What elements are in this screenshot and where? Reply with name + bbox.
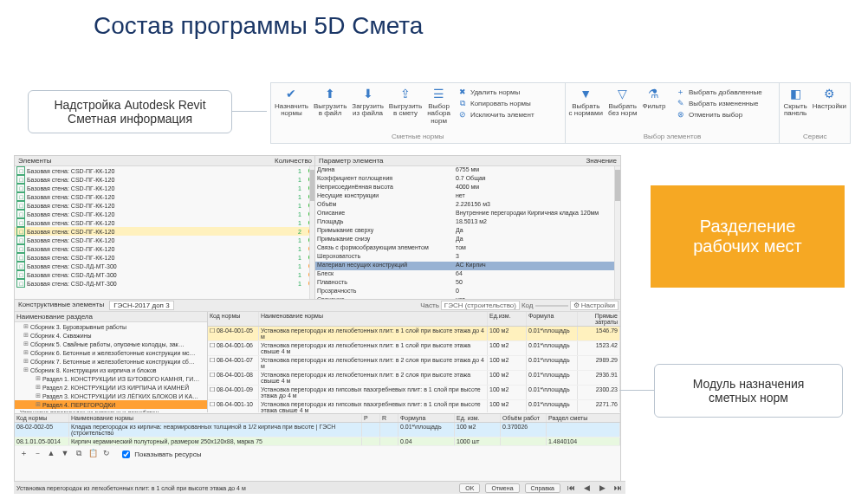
param-row[interactable]: Объём2.226156 м3 xyxy=(315,201,620,210)
element-row[interactable]: ☐Базовая стена: CSD-ПГ-КК-1201 xyxy=(15,201,315,210)
ribbon-xml-in-button[interactable]: ⬇Загрузить из файла xyxy=(352,85,384,125)
help-button[interactable]: Справка xyxy=(525,483,560,493)
element-row[interactable]: ☐Базовая стена: CSD-ПГ-КК-1201 xyxy=(15,218,315,227)
section-row[interactable]: ⊞Сборник 3. Буровзрывные работы xyxy=(15,322,207,331)
param-row[interactable]: Связь с формообразующим элементомтом xyxy=(315,244,620,253)
folder-icon: ⊞ xyxy=(36,384,41,391)
ribbon-assign-button[interactable]: ✔Назначить нормы xyxy=(275,85,308,125)
ribbon-funnel1-button[interactable]: ▼Выбрать с нормами xyxy=(569,85,603,133)
norm-row[interactable]: ☐ 08-04-001-08Установка перегородок из л… xyxy=(208,371,620,386)
checkbox-icon[interactable]: ☐ xyxy=(16,166,25,175)
ribbon-pick-button[interactable]: ☰Выбор набора норм xyxy=(427,85,450,125)
section-row[interactable]: ⊞Раздел 3. КОНСТРУКЦИИ ИЗ ЛЁГКИХ БЛОКОВ … xyxy=(15,392,207,400)
checkbox-icon[interactable]: ☐ xyxy=(16,227,25,236)
param-row[interactable]: Плавность50 xyxy=(315,279,620,288)
checkbox-icon[interactable]: ☐ xyxy=(16,244,25,253)
tool-up-icon[interactable]: ▲ xyxy=(46,448,56,458)
checkbox-icon[interactable]: ☐ xyxy=(16,253,25,262)
checkbox-icon[interactable]: ☐ xyxy=(16,192,25,201)
param-row[interactable]: Блеск64 xyxy=(315,270,620,279)
tool-paste-icon[interactable]: 📋 xyxy=(87,448,98,458)
element-row[interactable]: ☐Базовая стена: CSD-ПГ-КК-1201 xyxy=(15,253,315,262)
ribbon-gear-button[interactable]: ⚙Настройки xyxy=(813,85,846,133)
param-row[interactable]: Площадь18.5013 м2 xyxy=(315,218,620,227)
section-row[interactable]: ⊞Сборник 6. Бетонные и железобетонные ко… xyxy=(15,348,207,357)
tool-add-icon[interactable]: ＋ xyxy=(18,448,29,458)
section-row[interactable]: ⊞Сборник 7. Бетонные и железобетонные ко… xyxy=(15,357,207,366)
element-row[interactable]: ☐Базовая стена: CSD-ЛД-МТ-3001 xyxy=(15,279,315,288)
section-row[interactable]: ⊞Сборник 5. Свайные работы, опускные кол… xyxy=(15,340,207,348)
nav-last-icon[interactable]: ⏭ xyxy=(612,483,623,493)
settings-button[interactable]: ⚙ Настройки xyxy=(570,301,619,310)
element-row[interactable]: ☐Базовая стена: CSD-ПГ-КК-1201 xyxy=(15,236,315,244)
checkbox-icon[interactable]: ☐ xyxy=(16,201,25,210)
params-scrollbar[interactable] xyxy=(614,166,620,299)
checkbox-icon[interactable]: ☐ xyxy=(16,270,25,279)
ribbon-hide-button[interactable]: ◧Скрыть панель xyxy=(783,85,806,133)
nav-prev-icon[interactable]: ◀ xyxy=(581,483,592,493)
xml-in-icon: ⬇ xyxy=(360,85,377,102)
tool-copy-icon[interactable]: ⧉ xyxy=(74,448,84,458)
checkbox-icon[interactable]: ☐ xyxy=(16,184,25,192)
ribbon-edit-item[interactable]: ✎Выбрать измененные xyxy=(676,98,775,108)
norm-row[interactable]: ☐ 08-04-001-10Установка перегородок из г… xyxy=(208,400,620,412)
tool-refresh-icon[interactable]: ↻ xyxy=(101,448,112,458)
element-row[interactable]: ☐Базовая стена: CSD-ПГ-КК-1201 xyxy=(15,184,315,192)
section-row[interactable]: ⊞Раздел 2. КОНСТРУКЦИИ ИЗ КИРПИЧА И КАМН… xyxy=(15,383,207,392)
ribbon-xml-out-button[interactable]: ⬆Выгрузить в файл xyxy=(314,85,347,125)
norm-row[interactable]: ☐ 08-04-001-07Установка перегородок из л… xyxy=(208,356,620,371)
element-row[interactable]: ☐Базовая стена: CSD-ПГ-КК-1201 xyxy=(15,210,315,218)
code-input[interactable] xyxy=(535,305,568,307)
nav-next-icon[interactable]: ▶ xyxy=(597,483,607,493)
section-row[interactable]: ⊞Раздел 1. КОНСТРУКЦИИ ИЗ БУТОВОГО КАМНЯ… xyxy=(15,374,207,383)
ribbon-del-item[interactable]: ✖Удалить нормы xyxy=(457,87,561,97)
checkbox-icon[interactable]: ☐ xyxy=(16,262,25,270)
param-row[interactable]: Примыкание сверхуДа xyxy=(315,227,620,236)
checkbox-icon[interactable]: ☐ xyxy=(16,175,25,184)
checkbox-icon[interactable]: ☐ xyxy=(16,210,25,218)
cancel-button[interactable]: Отмена xyxy=(485,483,519,493)
param-row[interactable]: Шероховатость3 xyxy=(315,253,620,262)
param-row[interactable]: ОписаниеВнутренние перегородки Кирпичная… xyxy=(315,210,620,218)
ribbon-cancel-item[interactable]: ⊗Отменить выбор xyxy=(676,109,775,120)
checkbox-icon[interactable]: ☐ xyxy=(16,236,25,244)
param-row[interactable]: Неприсоединённая высота4000 мм xyxy=(315,184,620,192)
element-row[interactable]: ☐Базовая стена: CSD-ПГ-КК-1201 xyxy=(15,192,315,201)
element-row[interactable]: ☐Базовая стена: CSD-ПГ-КК-1201 xyxy=(15,244,315,253)
ribbon-funnel2-button[interactable]: ▽Выбрать без норм xyxy=(608,85,637,133)
section-row[interactable]: ⊞Сборник 4. Скважины xyxy=(15,331,207,340)
tool-down-icon[interactable]: ▼ xyxy=(60,448,70,458)
element-row[interactable]: ☐Базовая стена: CSD-ПГ-КК-1201 xyxy=(15,166,315,175)
nav-first-icon[interactable]: ⏮ xyxy=(566,483,576,493)
ribbon-xml-sm-button[interactable]: ⇪Выгрузить в смету xyxy=(389,85,422,125)
element-row[interactable]: ☐Базовая стена: CSD-ЛД-МТ-3001 xyxy=(15,270,315,279)
show-resources-toggle[interactable]: Показывать ресурсы xyxy=(119,448,201,461)
param-row[interactable]: Несущие конструкциинет xyxy=(315,192,620,201)
section-row[interactable]: ⊞Раздел 4. ПЕРЕГОРОДКИ xyxy=(15,400,207,409)
tool-del-icon[interactable]: － xyxy=(32,448,42,458)
assigned-row[interactable]: 08-02-002-05Кладка перегородок из кирпич… xyxy=(15,423,620,437)
ok-button[interactable]: OK xyxy=(459,483,480,493)
ribbon-plus-item[interactable]: ＋Выбрать добавленные xyxy=(676,87,775,97)
ribbon-funnel3-button[interactable]: ⚗Фильтр xyxy=(642,85,665,133)
section-row[interactable]: ·Установка перегородок из гипсовых и лег… xyxy=(15,409,207,412)
element-row[interactable]: ☐Базовая стена: CSD-ЛД-МТ-3001 xyxy=(15,262,315,270)
param-row[interactable]: Примыкание снизуДа xyxy=(315,236,620,244)
norm-row[interactable]: ☐ 08-04-001-05Установка перегородок из л… xyxy=(208,327,620,341)
checkbox-icon[interactable]: ☐ xyxy=(16,279,25,288)
norm-row[interactable]: ☐ 08-04-001-09Установка перегородок из г… xyxy=(208,386,620,400)
param-row[interactable]: Материал несущих конструкцийАС Кирпич xyxy=(315,262,620,270)
part-select[interactable]: ГЭСН (строительство) xyxy=(441,301,520,310)
assigned-row[interactable]: 08.1.01.05-0014Кирпич керамический полут… xyxy=(15,437,620,446)
param-row[interactable]: Длина6755 мм xyxy=(315,166,620,175)
norm-row[interactable]: ☐ 08-04-001-06Установка перегородок из л… xyxy=(208,341,620,356)
as-th-r: R xyxy=(380,414,398,422)
param-row[interactable]: Коэффициент поглощения0.7 Общая xyxy=(315,175,620,184)
ribbon-copy-item[interactable]: ⧉Копировать нормы xyxy=(457,98,561,108)
param-row[interactable]: Прозрачность0 xyxy=(315,288,620,296)
element-row[interactable]: ☐Базовая стена: CSD-ПГ-КК-1201 xyxy=(15,175,315,184)
section-row[interactable]: ⊞Сборник 8. Конструкции из кирпича и бло… xyxy=(15,366,207,374)
ribbon-excl-item[interactable]: ⊘Исключить элемент xyxy=(457,109,561,120)
checkbox-icon[interactable]: ☐ xyxy=(16,218,25,227)
element-row[interactable]: ☐Базовая стена: CSD-ПГ-КК-1202 xyxy=(15,227,315,236)
